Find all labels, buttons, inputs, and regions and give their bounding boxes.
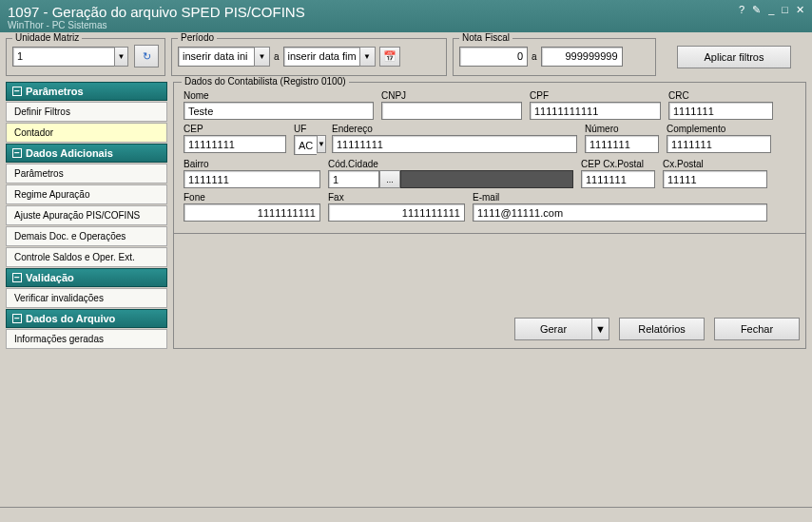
data-fim-input[interactable] bbox=[283, 47, 359, 67]
sidebar-header-dados-adicionais-label: Dados Adicionais bbox=[26, 147, 113, 159]
sidebar-item-demais-doc[interactable]: Demais Doc. e Operações bbox=[6, 226, 167, 246]
nome-input[interactable] bbox=[184, 102, 374, 120]
complemento-input[interactable] bbox=[667, 135, 771, 153]
minimize-icon[interactable]: _ bbox=[768, 4, 774, 16]
calendar-icon[interactable]: 📅 bbox=[379, 47, 400, 67]
sidebar-item-ajuste-apuracao[interactable]: Ajuste Apuração PIS/COFINS bbox=[6, 205, 167, 225]
refresh-icon[interactable]: ↻ bbox=[134, 45, 159, 68]
nota-fiscal-label: Nota Fiscal bbox=[459, 32, 512, 43]
unidade-matriz-dropdown-icon[interactable]: ▼ bbox=[114, 47, 128, 67]
crc-input[interactable] bbox=[668, 102, 773, 120]
sidebar-item-informacoes-geradas[interactable]: Informações geradas bbox=[6, 329, 167, 349]
sidebar-item-regime-apuracao[interactable]: Regime Apuração bbox=[6, 184, 167, 204]
nf-a-label: a bbox=[532, 51, 537, 62]
periodo-a-label: a bbox=[274, 51, 280, 62]
crc-label: CRC bbox=[668, 90, 773, 101]
unidade-matriz-input[interactable] bbox=[12, 47, 114, 67]
titlebar: 1097 - Geração do arquivo SPED PIS/COFIN… bbox=[0, 0, 812, 32]
bairro-label: Bairro bbox=[184, 159, 320, 169]
cep-cx-label: CEP Cx.Postal bbox=[581, 159, 655, 169]
numero-input[interactable] bbox=[585, 135, 659, 153]
unidade-matriz-group: Unidade Matriz ▼ ↻ bbox=[6, 38, 165, 76]
email-label: E-mail bbox=[473, 192, 767, 203]
endereco-label: Endereço bbox=[332, 124, 577, 134]
endereco-input[interactable] bbox=[332, 135, 577, 153]
maximize-icon[interactable]: □ bbox=[782, 4, 788, 16]
gerar-split-button[interactable]: Gerar ▼ bbox=[514, 318, 609, 340]
fone-input[interactable] bbox=[184, 203, 320, 222]
sidebar-header-parametros-label: Parâmetros bbox=[26, 86, 84, 97]
sidebar-header-parametros[interactable]: −Parâmetros bbox=[6, 82, 167, 101]
help-icon[interactable]: ? bbox=[739, 4, 744, 16]
form-contabilista: Dados do Contabilista (Registro 0100) No… bbox=[173, 82, 806, 234]
uf-input[interactable] bbox=[294, 135, 317, 155]
cpf-input[interactable] bbox=[530, 102, 661, 120]
fone-label: Fone bbox=[184, 192, 320, 203]
nf-to-input[interactable] bbox=[541, 47, 623, 67]
uf-dropdown-icon[interactable]: ▼ bbox=[317, 135, 326, 153]
sidebar-header-validacao-label: Validação bbox=[26, 272, 74, 283]
window-subtitle: WinThor - PC Sistemas bbox=[8, 20, 305, 30]
cep-input[interactable] bbox=[184, 135, 286, 153]
periodo-label: Período bbox=[178, 32, 217, 43]
cx-postal-input[interactable] bbox=[663, 170, 767, 188]
fax-label: Fax bbox=[328, 192, 465, 203]
sidebar-item-contador[interactable]: Contador bbox=[6, 123, 167, 143]
data-ini-input[interactable] bbox=[178, 47, 254, 67]
close-icon[interactable]: ✕ bbox=[796, 4, 804, 16]
sidebar-item-controle-saldos[interactable]: Controle Saldos e Oper. Ext. bbox=[6, 247, 167, 267]
sidebar-item-definir-filtros[interactable]: Definir Filtros bbox=[6, 102, 167, 122]
sidebar-item-verificar-invalidacoes[interactable]: Verificar invalidações bbox=[6, 288, 167, 308]
cep-cx-input[interactable] bbox=[581, 170, 655, 188]
relatorios-button[interactable]: Relatórios bbox=[619, 318, 705, 340]
toolbar: Unidade Matriz ▼ ↻ Período ▼ a ▼ 📅 Nota … bbox=[0, 32, 812, 82]
cnpj-label: CNPJ bbox=[381, 90, 522, 101]
form-legend: Dados do Contabilista (Registro 0100) bbox=[182, 76, 349, 87]
cpf-label: CPF bbox=[530, 90, 661, 101]
fechar-button[interactable]: Fechar bbox=[714, 318, 800, 340]
nf-from-input[interactable] bbox=[459, 47, 528, 67]
edit-icon[interactable]: ✎ bbox=[752, 4, 761, 16]
sidebar-item-parametros[interactable]: Parâmetros bbox=[6, 164, 167, 184]
complemento-label: Complemento bbox=[667, 124, 771, 134]
nota-fiscal-group: Nota Fiscal a bbox=[453, 38, 656, 76]
sidebar: −Parâmetros Definir Filtros Contador −Da… bbox=[6, 82, 167, 349]
gerar-dropdown-icon[interactable]: ▼ bbox=[592, 318, 609, 340]
bairro-input[interactable] bbox=[184, 170, 320, 188]
statusbar bbox=[0, 507, 812, 522]
gerar-button[interactable]: Gerar bbox=[514, 318, 592, 340]
unidade-matriz-label: Unidade Matriz bbox=[12, 32, 82, 43]
uf-label: UF bbox=[294, 124, 324, 134]
cep-label: CEP bbox=[184, 124, 286, 134]
window-title: 1097 - Geração do arquivo SPED PIS/COFIN… bbox=[8, 4, 305, 20]
cidade-display bbox=[400, 170, 573, 188]
cod-cidade-lookup-button[interactable]: ... bbox=[379, 170, 400, 188]
cnpj-input[interactable] bbox=[381, 102, 522, 120]
data-fim-dropdown-icon[interactable]: ▼ bbox=[359, 47, 376, 67]
nome-label: Nome bbox=[184, 90, 374, 101]
cod-cidade-label: Cód.Cidade bbox=[328, 159, 573, 169]
aplicar-filtros-button[interactable]: Aplicar filtros bbox=[677, 46, 791, 68]
sidebar-header-dados-adicionais[interactable]: −Dados Adicionais bbox=[6, 144, 167, 163]
numero-label: Número bbox=[585, 124, 659, 134]
sidebar-header-validacao[interactable]: −Validação bbox=[6, 268, 167, 287]
sidebar-header-dados-arquivo-label: Dados do Arquivo bbox=[26, 313, 115, 324]
cod-cidade-input[interactable] bbox=[328, 170, 379, 188]
sidebar-header-dados-arquivo[interactable]: −Dados do Arquivo bbox=[6, 309, 167, 328]
periodo-group: Período ▼ a ▼ 📅 bbox=[171, 38, 447, 76]
email-input[interactable] bbox=[473, 203, 767, 222]
fax-input[interactable] bbox=[328, 203, 465, 222]
cx-postal-label: Cx.Postal bbox=[663, 159, 767, 169]
data-ini-dropdown-icon[interactable]: ▼ bbox=[254, 47, 270, 67]
